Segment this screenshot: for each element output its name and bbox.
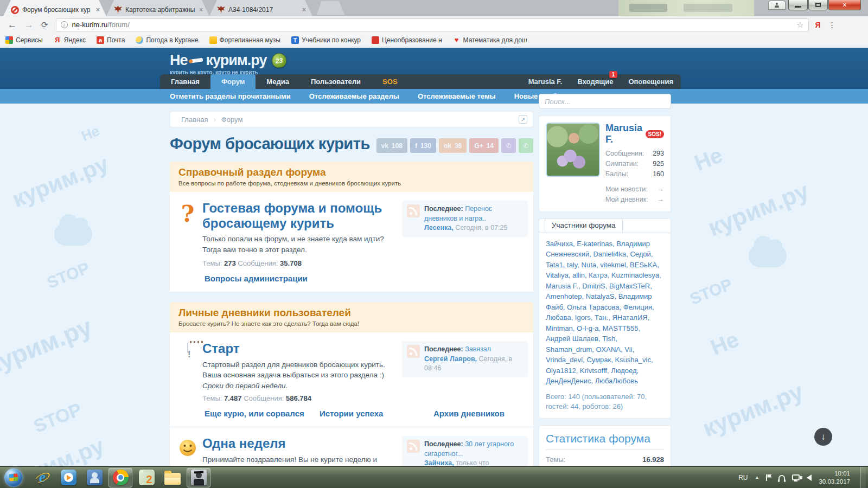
node-title[interactable]: Старт (202, 341, 394, 356)
scroll-down-button[interactable]: ↓ (814, 428, 832, 446)
profile-name[interactable]: Marusia F. (605, 123, 646, 145)
start-button[interactable] (4, 468, 23, 487)
music-folder-icon (209, 36, 217, 44)
nav-username[interactable]: Marusia F. (521, 78, 570, 86)
network-icon[interactable] (792, 474, 800, 480)
avatar[interactable] (546, 123, 600, 177)
windows-taskbar: e 2 RU ▲ 10:01 30.03.2017 (0, 466, 868, 488)
feed-icon (407, 440, 420, 453)
taskbar-2gis[interactable]: 2 (135, 468, 158, 487)
taskbar-chrome[interactable] (108, 468, 132, 487)
minimize-button[interactable] (788, 0, 808, 10)
bookmark-mail[interactable]: aПочта (97, 36, 125, 44)
tab-title: Картотека арбитражны (125, 6, 195, 14)
last-post-author[interactable]: Лесенка, (424, 224, 454, 232)
nav-inbox[interactable]: Входящие 1 (570, 78, 621, 86)
external-link-icon[interactable]: ↗ (519, 115, 527, 124)
nav-users[interactable]: Пользователи (300, 74, 372, 89)
forward-icon[interactable]: → (24, 20, 34, 30)
calendar-icon (187, 343, 188, 353)
no-smoking-favicon (11, 6, 19, 14)
site-logo[interactable]: Не курим.ру 23 курить не круто, круто не… (170, 52, 286, 75)
bookmark-pricing[interactable]: Ценообразование н (372, 36, 442, 44)
viber-share-button[interactable]: ✆ (501, 138, 516, 153)
desktop-blur (618, 0, 754, 16)
category-title[interactable]: Личные дневники пользователей (178, 307, 525, 319)
subnav-watched-topics[interactable]: Отслеживаемые темы (418, 92, 496, 100)
browser-tab-3[interactable]: А34-1084/2017 × (209, 0, 312, 16)
bookmark-yandex[interactable]: ЯЯндекс (54, 36, 86, 44)
taskbar-explorer[interactable] (161, 468, 184, 487)
nav-forum[interactable]: Форум (210, 74, 256, 89)
my-news-link[interactable]: Мои новости:→ (605, 184, 664, 195)
page-info-icon[interactable]: i (61, 21, 68, 28)
bookmark-piano-music[interactable]: Фортепианная музы (209, 36, 280, 44)
bookmark-weather[interactable]: Погода в Кургане (136, 36, 198, 44)
nav-alerts[interactable]: Оповещения (621, 78, 681, 86)
nav-sos[interactable]: SOS (372, 74, 408, 89)
action-center-flag-icon[interactable] (766, 474, 771, 481)
tab-close-icon[interactable]: × (301, 6, 307, 14)
headset-icon[interactable] (778, 475, 785, 481)
url-path: /forum/ (107, 21, 129, 29)
question-icon: ? (181, 201, 195, 227)
subforum-still-smoking[interactable]: Еще курю, или сорвался (205, 409, 320, 418)
taskbar-messenger[interactable] (82, 468, 106, 487)
taskbar-consultant-app[interactable] (187, 468, 210, 487)
category-title[interactable]: Справочный раздел форума (178, 166, 525, 178)
sos-badge[interactable]: SOS! (646, 130, 664, 138)
show-desktop-button[interactable] (860, 467, 866, 488)
reload-icon[interactable]: ⟳ (41, 20, 48, 30)
search-input[interactable] (539, 94, 671, 109)
subforum-success-stories[interactable]: Истории успеха (320, 409, 433, 418)
subforum-admin-questions[interactable]: Вопросы администрации (205, 274, 308, 283)
taskbar-clock[interactable]: 10:01 30.03.2017 (819, 470, 853, 485)
node-title[interactable]: Одна неделя (202, 436, 394, 451)
subnav-watched-sections[interactable]: Отслеживаемые разделы (309, 92, 399, 100)
yandex-extension-icon[interactable]: Я (815, 21, 821, 29)
windows-flag-icon (9, 473, 18, 481)
smiley-icon (178, 438, 197, 458)
subforum-diary-archive[interactable]: Архив дневников (433, 409, 505, 418)
members-tab[interactable]: Участники форума (545, 218, 623, 233)
subnav-mark-read[interactable]: Отметить разделы прочитанными (170, 92, 291, 100)
browser-tab-1[interactable]: Форум бросающих кур × (3, 0, 106, 16)
breadcrumb-home[interactable]: Главная (176, 115, 213, 124)
tab-close-icon[interactable]: × (198, 6, 204, 14)
close-button[interactable]: ✕ (828, 0, 861, 10)
taskbar-internet-explorer[interactable]: e (30, 468, 54, 487)
bookmark-math[interactable]: ♥Математика для дош (453, 36, 527, 44)
address-bar[interactable]: i ne-kurim.ru/forum/ ☆ (56, 18, 809, 31)
last-post-author[interactable]: Зайчиха, (424, 459, 454, 466)
chrome-menu-icon[interactable]: ⋮ (828, 21, 837, 29)
tab-close-icon[interactable]: × (95, 6, 101, 14)
whatsapp-share-button[interactable]: ✆ (519, 138, 533, 153)
last-post-link[interactable]: Завязал (465, 345, 491, 353)
browser-tab-2[interactable]: Картотека арбитражны × (106, 0, 209, 16)
chrome-icon (113, 470, 129, 485)
days-badge: 23 (271, 53, 288, 69)
bookmark-services[interactable]: Сервисы (5, 36, 43, 44)
volume-icon[interactable] (807, 474, 812, 481)
nav-media[interactable]: Медиа (256, 74, 300, 89)
new-tab-button[interactable] (316, 1, 344, 15)
vk-share-button[interactable]: vk108 (376, 138, 407, 153)
window-profile-button[interactable] (768, 1, 786, 10)
odnoklassniki-share-button[interactable]: ok36 (439, 138, 467, 153)
members-list[interactable]: Зайчиха, E-katerinas, Владимир Снежневск… (546, 239, 664, 387)
maximize-button[interactable] (808, 0, 828, 10)
last-post-author[interactable]: Сергей Лавров, (424, 355, 477, 363)
googleplus-share-button[interactable]: G+14 (469, 138, 499, 153)
my-diary-link[interactable]: Мой дневник:→ (605, 195, 664, 205)
language-indicator[interactable]: RU (738, 474, 748, 481)
taskbar-media-player[interactable] (56, 468, 80, 487)
facebook-share-button[interactable]: f130 (410, 138, 436, 153)
node-title[interactable]: Гостевая форума и помощь бросающему кури… (202, 201, 394, 230)
feed-icon (407, 204, 420, 217)
show-hidden-icons[interactable]: ▲ (755, 475, 760, 480)
back-icon[interactable]: ← (8, 20, 17, 30)
bookmark-textbooks[interactable]: TУчебники по конкур (291, 36, 361, 44)
bookmark-star-icon[interactable]: ☆ (796, 20, 803, 30)
nav-home[interactable]: Главная (160, 74, 210, 89)
breadcrumb-forum[interactable]: Форум (216, 115, 248, 124)
